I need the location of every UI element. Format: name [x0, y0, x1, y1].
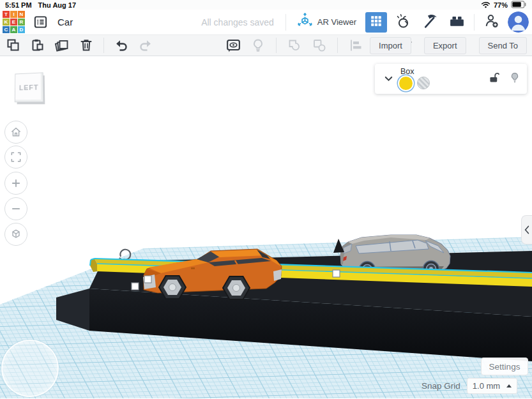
app-header: T I N K E R C A D Car All changes saved …	[0, 10, 532, 35]
delete-button[interactable]	[78, 37, 95, 54]
snap-grid-label: Snap Grid	[422, 381, 460, 391]
send-to-button[interactable]: Send To	[479, 37, 527, 54]
show-hide-button[interactable]	[225, 37, 241, 54]
toolbar-divider	[337, 38, 338, 53]
account-avatar[interactable]	[508, 11, 529, 33]
snap-grid-control: Snap Grid 1.0 mm	[422, 378, 517, 394]
mode-3d-editor-button[interactable]	[365, 12, 387, 33]
snap-grid-value: 1.0 mm	[473, 381, 500, 391]
tinkercad-logo[interactable]: T I N K E R C A D	[3, 11, 25, 33]
view-cube-face-label: LEFT	[19, 84, 39, 92]
design-menu-icon[interactable]	[33, 15, 49, 29]
settings-button[interactable]: Settings	[481, 358, 528, 375]
logo-tile: K	[3, 19, 10, 26]
save-status: All changes saved	[201, 17, 274, 27]
bouncing-apple-icon	[395, 13, 411, 32]
battery-icon	[511, 1, 527, 10]
logo-tile: R	[18, 19, 25, 26]
battery-percent: 77%	[494, 1, 508, 9]
undo-button[interactable]	[113, 37, 130, 54]
redo-button[interactable]	[137, 37, 154, 54]
collapse-panel-button[interactable]	[381, 72, 395, 86]
ungroup-button[interactable]	[311, 37, 328, 54]
toolbar-divider	[276, 38, 277, 53]
color-swatch-selected[interactable]	[399, 77, 413, 90]
grid-3x3-icon	[369, 14, 383, 31]
logo-tile: I	[10, 11, 17, 18]
selection-handle[interactable]	[333, 270, 340, 277]
view-cube[interactable]: LEFT	[15, 72, 43, 102]
pickaxe-icon	[422, 12, 439, 32]
perspective-toggle-button[interactable]	[4, 223, 27, 246]
wifi-icon	[481, 1, 490, 10]
shape-name-label: Box	[400, 67, 414, 76]
car-door-handle	[191, 267, 195, 269]
paste-button[interactable]	[29, 37, 46, 54]
group-button[interactable]	[286, 37, 303, 54]
logo-tile: A	[10, 26, 17, 33]
copy-button[interactable]	[5, 37, 22, 54]
home-view-button[interactable]	[4, 121, 27, 144]
car-front-wheel	[159, 276, 186, 299]
selection-handle[interactable]	[144, 276, 151, 283]
align-button[interactable]	[347, 37, 364, 54]
fit-view-icon	[10, 151, 22, 163]
car-rear-wheel	[223, 276, 250, 299]
header-divider	[285, 14, 286, 31]
logo-tile: T	[3, 11, 10, 18]
canvas-3d-scene[interactable]	[0, 56, 532, 399]
orbit-touch-puck[interactable]	[1, 340, 59, 397]
design-title[interactable]: Car	[57, 17, 73, 27]
import-button[interactable]: Import	[370, 37, 411, 54]
status-time: 5:51 PM	[5, 1, 32, 9]
export-button[interactable]: Export	[424, 37, 466, 54]
edit-toolbar: Import Export Send To	[0, 35, 532, 56]
status-date: Thu Aug 17	[38, 1, 76, 9]
logo-tile: D	[18, 26, 25, 33]
unlock-icon[interactable]	[488, 72, 500, 86]
ar-viewer-button[interactable]: AR Viewer	[296, 12, 356, 32]
home-icon	[10, 126, 22, 139]
open-shapes-panel-tab[interactable]	[521, 215, 532, 245]
status-bar: 5:51 PM Thu Aug 17 77%	[0, 0, 532, 10]
duplicate-button[interactable]	[54, 37, 70, 54]
viewport[interactable]: LEFT Box	[0, 56, 532, 399]
minus-icon	[10, 202, 22, 215]
chevron-left-icon	[524, 225, 530, 235]
ar-cube-icon	[296, 12, 314, 32]
chevron-down-icon	[383, 73, 394, 84]
mode-sim-lab-button[interactable]	[392, 12, 414, 33]
zoom-in-button[interactable]	[4, 172, 27, 195]
selection-handle[interactable]	[132, 283, 139, 290]
mode-blocks-button[interactable]	[419, 12, 441, 33]
logo-tile: C	[3, 26, 10, 33]
show-all-bulb-button[interactable]	[250, 37, 266, 54]
ar-viewer-label: AR Viewer	[317, 17, 356, 27]
mode-bricks-button[interactable]	[446, 12, 467, 33]
hole-swatch[interactable]	[417, 77, 430, 89]
logo-tile: N	[18, 11, 25, 18]
header-divider	[474, 14, 475, 31]
snap-grid-dropdown[interactable]: 1.0 mm	[467, 378, 517, 394]
caret-up-icon	[506, 384, 512, 388]
zoom-out-button[interactable]	[4, 197, 27, 220]
invite-people-button[interactable]	[481, 12, 503, 33]
logo-tile: E	[10, 19, 17, 26]
fit-view-button[interactable]	[4, 146, 27, 169]
hide-bulb-icon[interactable]	[509, 72, 521, 87]
lego-brick-icon	[448, 12, 466, 32]
toolbar-divider	[103, 38, 104, 53]
plus-icon	[10, 177, 22, 190]
tinkercad-app: 5:51 PM Thu Aug 17 77% T I N K E R C A D	[0, 0, 532, 399]
shape-inspector-panel: Box	[375, 64, 527, 94]
perspective-cube-icon	[10, 228, 22, 241]
person-add-icon	[483, 12, 501, 32]
